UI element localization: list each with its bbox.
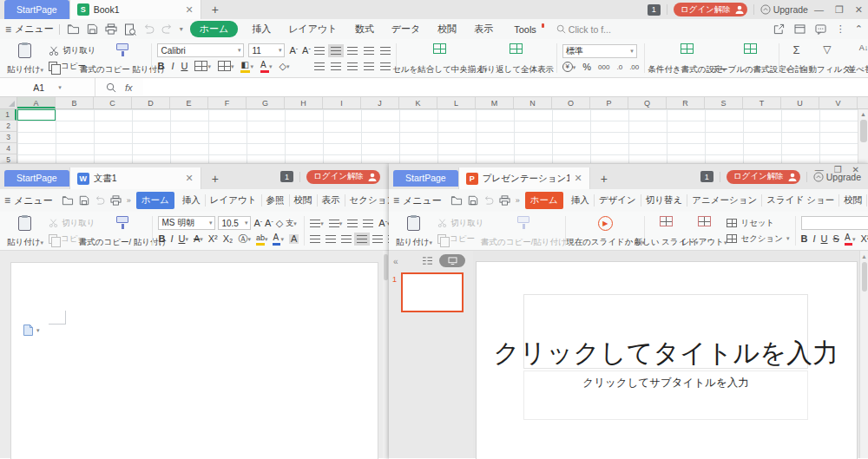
ribbon-tab[interactable]: 挿入 <box>567 194 594 207</box>
decrease-indent-button[interactable] <box>364 47 374 55</box>
new-tab-button[interactable]: + <box>212 3 219 16</box>
logout-button[interactable]: ログイン解除 <box>674 3 747 16</box>
subscript-button[interactable]: X₂ <box>223 234 233 244</box>
title-placeholder[interactable]: クリックしてタイトルを入力 <box>523 294 808 369</box>
ribbon-tab[interactable]: データ <box>383 23 430 36</box>
new-tab-button[interactable]: + <box>212 172 219 186</box>
share-icon[interactable] <box>773 23 785 35</box>
highlight-button[interactable]: ab▾ <box>256 233 268 246</box>
ribbon-tab[interactable]: レイアウト <box>279 23 345 36</box>
reset-button[interactable]: リセット <box>727 218 789 229</box>
outline-view-icon[interactable] <box>422 256 433 266</box>
tab-startpage[interactable]: StartPage <box>4 170 69 187</box>
open-file-icon[interactable] <box>450 195 463 206</box>
column-header[interactable]: N <box>514 97 552 108</box>
align-top-button[interactable] <box>314 47 325 55</box>
bold-button[interactable]: B <box>157 62 164 71</box>
open-file-icon[interactable] <box>67 23 80 35</box>
wrap-button[interactable] <box>380 62 391 70</box>
upgrade-button[interactable]: Upgrade <box>760 4 808 15</box>
main-menu-button[interactable]: ≡メニュー <box>4 194 53 207</box>
copy-button[interactable]: コピー <box>437 233 483 245</box>
merge-center-button[interactable]: セルを結合して中央揃え▾ <box>400 41 480 75</box>
scroll-thumb[interactable] <box>860 120 867 142</box>
ribbon-tab[interactable]: アニメーション <box>687 194 761 207</box>
clear-format-button[interactable]: ◇▾ <box>279 62 289 71</box>
print-icon[interactable] <box>105 23 117 35</box>
ribbon-tab[interactable]: セクション <box>345 194 389 207</box>
ribbon-tab[interactable]: 校閲 <box>289 194 317 207</box>
bold-button[interactable]: B <box>801 234 808 244</box>
column-header[interactable]: P <box>590 97 628 108</box>
row-header[interactable]: 1 <box>0 109 16 121</box>
column-header[interactable]: R <box>667 97 705 108</box>
tab-home[interactable]: ホーム <box>525 192 563 209</box>
column-header[interactable]: T <box>743 97 781 108</box>
ribbon-tab[interactable]: レイアウト <box>205 194 261 207</box>
font-name-select[interactable]: MS 明朝▾ <box>158 216 215 230</box>
align-middle-button[interactable] <box>331 47 341 55</box>
strike-button[interactable]: S <box>833 234 839 244</box>
decrease-font-button[interactable]: Aˇ <box>265 219 273 228</box>
paste-button[interactable]: 貼り付け▾ <box>392 213 436 248</box>
paste-button[interactable]: 貼り付け▾ <box>3 213 47 248</box>
decrease-decimal-button[interactable]: .00 <box>629 63 639 71</box>
font-name-select[interactable]: ▾ <box>801 216 868 230</box>
underline-button[interactable]: U <box>821 234 828 244</box>
main-menu-button[interactable]: ≡メニュー <box>5 23 54 36</box>
tab-document[interactable]: P プレゼンテーション1 ✕ <box>458 167 590 189</box>
percent-button[interactable]: % <box>582 62 591 72</box>
phonetic-guide-button[interactable]: 支▾ <box>286 220 297 227</box>
strike-button[interactable]: A▾ <box>194 234 203 244</box>
ribbon-tab-tools[interactable]: Tools <box>507 24 543 35</box>
ribbon-tab[interactable]: 校閲 <box>838 194 866 207</box>
cut-button[interactable]: 切り取り <box>437 218 483 229</box>
numbered-list-button[interactable]: ▾ <box>329 220 343 227</box>
merge-cells-button[interactable]: ▾ <box>218 61 234 71</box>
justify-button[interactable] <box>357 235 367 243</box>
clear-format-button[interactable]: ◇ <box>276 219 283 228</box>
increase-font-button[interactable]: Aˆ <box>289 46 298 56</box>
minimize-button[interactable]: — <box>815 165 824 174</box>
column-header[interactable]: V <box>819 97 858 108</box>
vertical-scrollbar[interactable]: ▲ <box>858 109 868 167</box>
column-header[interactable]: C <box>94 97 132 108</box>
maximize-button[interactable]: ❐ <box>835 5 844 15</box>
slide-thumbnail[interactable] <box>401 272 464 312</box>
ribbon-tab[interactable]: 表示 <box>465 23 502 36</box>
more-tools-icon[interactable]: » <box>127 196 131 205</box>
copy-button[interactable]: コピー <box>49 233 95 245</box>
font-size-select[interactable]: 11▾ <box>248 43 285 57</box>
autofilter-button[interactable]: ▽自動フィルタ▾ <box>810 41 845 75</box>
column-header[interactable]: Q <box>628 97 667 108</box>
superscript-button[interactable]: X² <box>860 234 868 244</box>
number-format-select[interactable]: 標準▾ <box>562 44 637 58</box>
column-header[interactable]: L <box>437 97 476 108</box>
ribbon-tab[interactable]: 切り替え <box>641 194 687 207</box>
font-size-select[interactable]: 10.5▾ <box>218 216 251 230</box>
distribute-button[interactable] <box>372 235 383 243</box>
tab-home[interactable]: ホーム <box>136 192 174 209</box>
scroll-up-icon[interactable]: ▲ <box>861 253 867 259</box>
italic-button[interactable]: I <box>170 234 173 244</box>
column-header[interactable]: D <box>132 97 170 108</box>
bold-button[interactable]: B <box>158 234 165 244</box>
ribbon-tab[interactable]: デザイン <box>594 194 641 207</box>
wrap-text-button[interactable]: 折り返して全体表示 <box>480 41 553 75</box>
align-right-button[interactable] <box>347 62 358 70</box>
column-header[interactable]: E <box>170 97 208 108</box>
justify-button[interactable] <box>364 62 374 70</box>
char-scale-button[interactable]: Aˆ▾ <box>378 219 389 228</box>
scroll-thumb[interactable] <box>862 262 867 292</box>
align-center-button[interactable] <box>326 235 336 243</box>
dropdown-arrow-icon[interactable]: ▾ <box>36 327 40 334</box>
search-box[interactable]: Click to f... <box>556 24 611 35</box>
cut-button[interactable]: 切り取り <box>49 45 95 56</box>
fx-icon[interactable]: fx <box>125 82 133 93</box>
save-icon[interactable] <box>87 23 98 35</box>
sort-button[interactable]: A↓Z並べ替え▾ <box>845 41 868 75</box>
slide-canvas[interactable]: クリックしてタイトルを入力 クリックしてサブタイトルを入力 <box>476 261 858 459</box>
underline-button[interactable]: U <box>181 62 187 71</box>
save-icon[interactable] <box>79 195 89 206</box>
tab-startpage[interactable]: StartPage <box>393 170 458 187</box>
